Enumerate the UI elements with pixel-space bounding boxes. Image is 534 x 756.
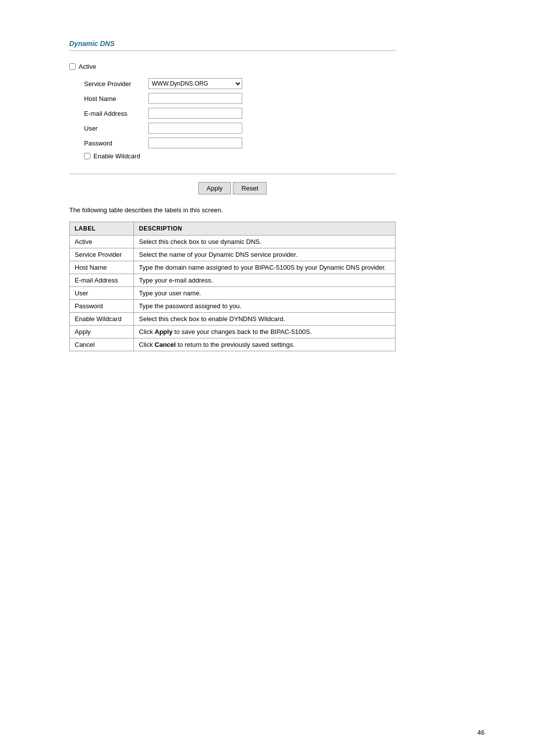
row-label: Service Provider [70, 248, 134, 261]
email-label: E-mail Address [69, 110, 148, 117]
service-provider-label: Service Provider [69, 80, 148, 88]
password-label: Password [69, 140, 148, 147]
table-row: Host Name Type the domain name assigned … [70, 261, 396, 274]
table-row: Apply Click Apply to save your changes b… [70, 326, 396, 338]
row-label: Cancel [70, 338, 134, 351]
description-table: LABEL DESCRIPTION Active Select this che… [69, 222, 396, 351]
row-description: Type the domain name assigned to your BI… [134, 261, 396, 274]
row-label: Apply [70, 326, 134, 338]
section-title: Dynamic DNS [69, 40, 396, 47]
active-checkbox[interactable] [69, 63, 76, 70]
wildcard-label: Enable Wildcard [93, 152, 140, 160]
col-label-header: LABEL [70, 222, 134, 236]
user-input[interactable] [148, 123, 242, 134]
description-text: The following table describes the labels… [69, 206, 396, 214]
row-label: E-mail Address [70, 274, 134, 287]
email-row: E-mail Address [69, 108, 396, 119]
button-row: Apply Reset [69, 182, 396, 194]
table-row: Cancel Click Cancel to return to the pre… [70, 338, 396, 351]
section-bottom-divider [69, 174, 396, 174]
table-row: E-mail Address Type your e-mail address. [70, 274, 396, 287]
host-name-row: Host Name [69, 93, 396, 104]
row-label: Enable Wildcard [70, 313, 134, 326]
service-provider-row: Service Provider WWW.DynDNS.ORG [69, 78, 396, 89]
row-description: Click Apply to save your changes back to… [134, 326, 396, 338]
row-label: Host Name [70, 261, 134, 274]
host-name-input[interactable] [148, 93, 242, 104]
col-description-header: DESCRIPTION [134, 222, 396, 236]
row-description: Click Cancel to return to the previously… [134, 338, 396, 351]
table-row: Password Type the password assigned to y… [70, 300, 396, 313]
reset-button[interactable]: Reset [233, 182, 267, 194]
row-label: Active [70, 236, 134, 248]
apply-button[interactable]: Apply [198, 182, 231, 194]
wildcard-row: Enable Wildcard [69, 152, 396, 160]
active-label: Active [79, 63, 96, 70]
page-number: 46 [478, 729, 485, 736]
dynamic-dns-form: Active Service Provider WWW.DynDNS.ORG H… [69, 59, 396, 168]
row-label: Password [70, 300, 134, 313]
table-row: Service Provider Select the name of your… [70, 248, 396, 261]
password-row: Password [69, 138, 396, 148]
row-description: Select this check box to use dynamic DNS… [134, 236, 396, 248]
host-name-label: Host Name [69, 95, 148, 102]
user-row: User [69, 123, 396, 134]
service-provider-select[interactable]: WWW.DynDNS.ORG [148, 78, 242, 89]
password-input[interactable] [148, 138, 242, 148]
row-description: Type your e-mail address. [134, 274, 396, 287]
row-description: Type your user name. [134, 287, 396, 300]
table-row: User Type your user name. [70, 287, 396, 300]
row-description: Select this check box to enable DYNDNS W… [134, 313, 396, 326]
table-row: Active Select this check box to use dyna… [70, 236, 396, 248]
user-label: User [69, 125, 148, 132]
table-row: Enable Wildcard Select this check box to… [70, 313, 396, 326]
active-row: Active [69, 63, 396, 70]
row-description: Type the password assigned to you. [134, 300, 396, 313]
section-top-divider [69, 50, 396, 51]
row-label: User [70, 287, 134, 300]
wildcard-checkbox[interactable] [84, 153, 90, 159]
row-description: Select the name of your Dynamic DNS serv… [134, 248, 396, 261]
email-input[interactable] [148, 108, 242, 119]
